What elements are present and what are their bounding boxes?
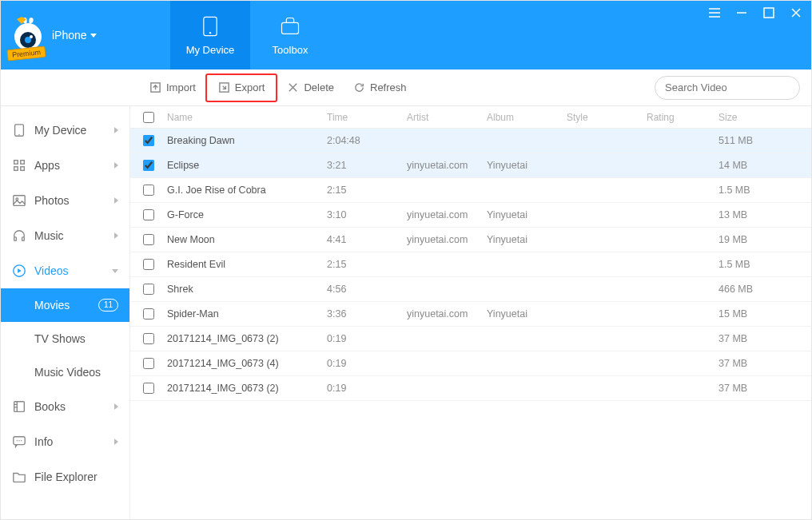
row-checkbox[interactable] — [143, 209, 154, 220]
col-time[interactable]: Time — [327, 112, 407, 123]
maximize-icon[interactable] — [762, 6, 776, 20]
tab-toolbox-label: Toolbox — [273, 44, 308, 56]
cell-size: 37 MB — [718, 383, 811, 394]
table-row[interactable]: Breaking Dawn2:04:48511 MB — [130, 129, 811, 153]
sidebar-item-my-device[interactable]: My Device — [1, 113, 129, 148]
sidebar-item-info[interactable]: Info — [1, 424, 129, 459]
chevron-right-icon — [114, 197, 118, 204]
menu-icon[interactable] — [707, 6, 722, 20]
play-icon — [12, 264, 26, 278]
cell-name: New Moon — [167, 234, 327, 245]
sidebar-sub-musicvideos[interactable]: Music Videos — [1, 355, 129, 389]
caret-down-icon — [90, 34, 97, 38]
cell-artist: yinyuetai.com — [407, 209, 487, 220]
cell-album: Yinyuetai — [487, 209, 567, 220]
table-row[interactable]: New Moon4:41yinyuetai.comYinyuetai19 MB — [130, 228, 811, 252]
cell-size: 1.5 MB — [718, 185, 811, 196]
book-icon — [12, 399, 26, 414]
sidebar-sub-tvshows[interactable]: TV Shows — [1, 322, 129, 355]
svg-point-5 — [209, 32, 211, 34]
svg-rect-17 — [14, 196, 25, 206]
col-style[interactable]: Style — [567, 112, 647, 123]
table-row[interactable]: Shrek4:56466 MB — [130, 277, 811, 302]
tab-toolbox[interactable]: Toolbox — [250, 1, 330, 69]
svg-rect-20 — [22, 237, 25, 241]
row-checkbox[interactable] — [143, 383, 154, 394]
cell-size: 15 MB — [718, 308, 811, 320]
sidebar-sub-label: Movies — [34, 299, 70, 312]
svg-point-25 — [18, 440, 19, 441]
device-selector[interactable]: iPhone — [52, 29, 97, 42]
table-row[interactable]: 20171214_IMG_0673 (2)0:1937 MB — [130, 327, 811, 351]
cell-name: 20171214_IMG_0673 (2) — [167, 333, 327, 344]
table-row[interactable]: 20171214_IMG_0673 (4)0:1937 MB — [130, 351, 811, 376]
cell-size: 37 MB — [718, 358, 811, 369]
cell-time: 3:10 — [327, 209, 407, 220]
row-checkbox[interactable] — [143, 308, 154, 320]
sidebar-item-photos[interactable]: Photos — [1, 183, 129, 218]
row-checkbox[interactable] — [143, 234, 154, 245]
table-row[interactable]: G.I. Joe Rise of Cobra2:151.5 MB — [130, 178, 811, 203]
sidebar-item-apps[interactable]: Apps — [1, 148, 129, 183]
table-body: Breaking Dawn2:04:48511 MBEclipse3:21yin… — [130, 129, 811, 401]
cell-name: 20171214_IMG_0673 (2) — [167, 383, 327, 394]
tab-my-device[interactable]: My Device — [170, 1, 250, 69]
col-rating[interactable]: Rating — [647, 112, 718, 123]
tab-my-device-label: My Device — [186, 44, 235, 56]
svg-rect-15 — [14, 167, 18, 171]
col-size[interactable]: Size — [718, 112, 811, 123]
search-input[interactable] — [665, 81, 799, 93]
row-checkbox[interactable] — [143, 185, 154, 196]
minimize-icon[interactable] — [734, 6, 749, 20]
table-row[interactable]: Eclipse3:21yinyuetai.comYinyuetai14 MB — [130, 153, 811, 178]
sidebar-label: Apps — [34, 159, 60, 172]
col-album[interactable]: Album — [487, 112, 567, 123]
app-logo: Premium — [9, 16, 47, 54]
device-label: iPhone — [52, 29, 87, 42]
delete-button[interactable]: Delete — [277, 75, 344, 101]
svg-point-26 — [21, 440, 22, 441]
close-icon[interactable] — [789, 6, 803, 20]
table-row[interactable]: Spider-Man3:36yinyuetai.comYinyuetai15 M… — [130, 302, 811, 327]
table-row[interactable]: Resident Evil2:151.5 MB — [130, 252, 811, 277]
cell-name: Shrek — [167, 284, 327, 295]
svg-rect-7 — [764, 8, 774, 18]
svg-rect-22 — [14, 402, 25, 412]
svg-rect-14 — [21, 161, 25, 165]
row-checkbox[interactable] — [143, 284, 154, 295]
sidebar-item-books[interactable]: Books — [1, 389, 129, 424]
row-checkbox[interactable] — [143, 135, 154, 146]
chevron-right-icon — [114, 232, 118, 239]
sidebar-sub-label: Music Videos — [34, 366, 101, 379]
row-checkbox[interactable] — [143, 160, 154, 171]
sidebar-label: Music — [34, 229, 64, 242]
col-artist[interactable]: Artist — [407, 112, 487, 123]
cell-album: Yinyuetai — [487, 234, 567, 245]
cell-artist: yinyuetai.com — [407, 308, 487, 320]
row-checkbox[interactable] — [143, 333, 154, 344]
export-button[interactable]: Export — [205, 73, 278, 102]
image-icon — [12, 193, 26, 208]
table-row[interactable]: G-Force3:10yinyuetai.comYinyuetai13 MB — [130, 203, 811, 228]
import-button[interactable]: Import — [140, 75, 205, 101]
cell-name: Eclipse — [167, 160, 327, 171]
cell-time: 4:56 — [327, 284, 407, 295]
logo-block: Premium iPhone — [1, 1, 170, 69]
cell-artist: yinyuetai.com — [407, 160, 487, 171]
sidebar-item-file-explorer[interactable]: File Explorer — [1, 459, 129, 494]
topbar: Premium iPhone My Device Toolbox — [1, 1, 811, 69]
select-all-checkbox[interactable] — [143, 112, 154, 123]
sidebar-item-music[interactable]: Music — [1, 218, 129, 253]
count-badge: 11 — [98, 299, 118, 312]
cell-artist: yinyuetai.com — [407, 234, 487, 245]
row-checkbox[interactable] — [143, 358, 154, 369]
svg-point-12 — [18, 134, 19, 135]
refresh-button[interactable]: Refresh — [344, 75, 416, 101]
table-row[interactable]: 20171214_IMG_0673 (2)0:1937 MB — [130, 376, 811, 401]
sidebar-item-videos[interactable]: Videos — [1, 253, 129, 288]
sidebar-sub-movies[interactable]: Movies 11 — [1, 288, 129, 322]
search-box[interactable] — [655, 76, 800, 100]
grid-icon — [12, 158, 26, 173]
row-checkbox[interactable] — [143, 259, 154, 270]
col-name[interactable]: Name — [167, 112, 327, 123]
